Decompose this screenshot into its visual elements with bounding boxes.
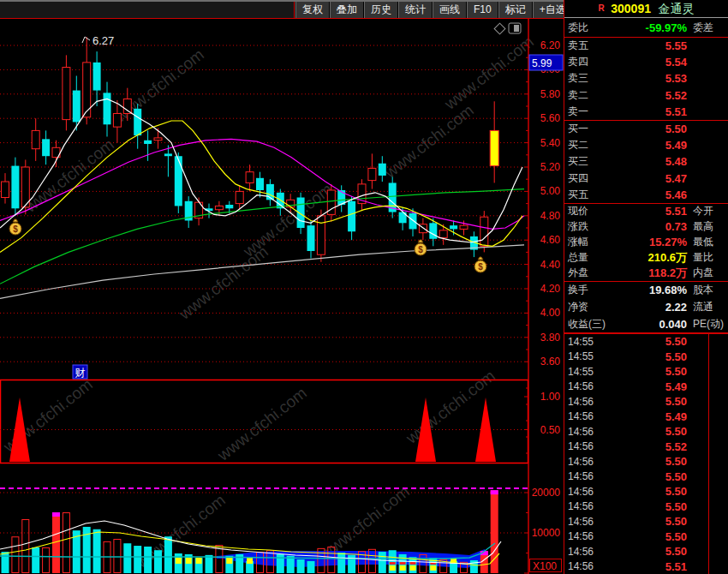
bid-row-2[interactable]: 买二5.49: [564, 137, 728, 153]
ask-levels: 卖五5.55卖四5.54卖三5.53卖二5.52卖一5.51: [564, 38, 728, 121]
volume-bar-segment: [400, 565, 406, 571]
tick-price: 5.50: [614, 500, 687, 513]
volume-bar: [379, 552, 386, 573]
price-axis-label: 5.80: [540, 88, 561, 100]
volume-bar-cap: [491, 490, 498, 494]
tick-price: 5.50: [614, 485, 687, 498]
fin-label2: 股本: [687, 283, 728, 297]
fin-value: 2.22: [614, 301, 687, 314]
tick-time: 14:56: [564, 396, 614, 408]
ask-row-1[interactable]: 卖一5.51: [564, 104, 728, 120]
tick-row-2: 14:555.50: [564, 349, 728, 364]
tick-row-12: 14:565.50: [564, 499, 728, 514]
watermark-text: www.cfchi.com: [440, 33, 537, 114]
candle-body-up: [154, 138, 162, 141]
candle-body-down: [256, 178, 264, 190]
candle-body-up: [317, 216, 325, 254]
tick-time: 14:56: [564, 380, 614, 392]
volume-bar-segment: [176, 558, 182, 564]
cursor-price-label: 5.99: [532, 57, 552, 69]
tick-time: 14:56: [564, 470, 614, 482]
bid-row-4[interactable]: 买四5.47: [564, 170, 728, 187]
stat-row-3: 涨幅15.27%最低: [564, 235, 728, 250]
restore-window-icon[interactable]: [509, 23, 521, 33]
tick-price: 5.50: [614, 530, 687, 543]
stat-row-2: 涨跌0.73最高: [564, 219, 728, 235]
ask-row-4[interactable]: 卖四5.54: [564, 54, 728, 70]
high-annotation-label: 6.27: [92, 34, 114, 47]
bid-label: 买二: [564, 138, 614, 152]
candle-body-highlight: [490, 130, 498, 165]
money-bag-icon: $: [9, 219, 21, 235]
bid-row-3[interactable]: 买三5.48: [564, 153, 728, 170]
stock-title: R 300091 金通灵: [564, 0, 728, 18]
price-axis-label: 5.60: [540, 112, 561, 124]
price-axis-label: 6.20: [540, 39, 561, 51]
candle-body-down: [379, 164, 386, 176]
tick-price: 5.49: [614, 380, 687, 393]
candle-body-down: [409, 213, 417, 229]
ask-label: 卖三: [564, 71, 614, 86]
candle-body-down: [225, 205, 233, 208]
bid-price: 5.47: [614, 172, 687, 185]
candle-body-up: [21, 167, 29, 207]
stat-value: 118.2万: [614, 266, 687, 281]
tick-time: 14:55: [564, 336, 614, 348]
tick-row-11: 14:565.50: [564, 484, 728, 499]
tick-time: 14:56: [564, 516, 614, 528]
bid-label: 买五: [564, 188, 614, 202]
tick-price: 5.50: [614, 425, 687, 438]
fin-label: 收益(三): [564, 317, 614, 332]
ask-label: 卖五: [564, 39, 614, 53]
stat-value: 0.73: [614, 220, 687, 233]
diamond-icon[interactable]: [494, 23, 505, 34]
volume-bar: [277, 554, 284, 573]
volume-multiplier: X100: [530, 559, 562, 572]
weibi-row: 委比 -59.97% 委差: [564, 18, 728, 38]
tick-price: 5.52: [614, 440, 687, 453]
tick-row-3: 14:555.50: [564, 364, 728, 380]
candle-body-up: [63, 68, 70, 120]
indicator-tag[interactable]: 财: [73, 365, 87, 379]
tick-time: 14:56: [564, 546, 614, 558]
candle-body-down: [429, 223, 437, 238]
bid-label: 买三: [564, 154, 614, 169]
ask-row-3[interactable]: 卖三5.53: [564, 70, 728, 87]
indicator-tag-label[interactable]: 财: [75, 367, 86, 379]
tick-row-16: 14:565.51: [564, 559, 728, 574]
weibi-label: 委比: [564, 21, 614, 35]
bid-row-5[interactable]: 买五5.46: [564, 187, 728, 203]
stat-label2: 最低: [687, 235, 728, 249]
candle-body-up: [215, 206, 223, 209]
stat-label: 现价: [564, 204, 614, 218]
stat-row-1: 现价5.51今开: [564, 204, 728, 219]
price-axis-label: 4.20: [540, 283, 561, 295]
ask-row-2[interactable]: 卖二5.52: [564, 87, 728, 104]
price-axis-label: 3.80: [540, 332, 561, 344]
bid-price: 5.48: [614, 155, 687, 168]
tick-column-divider: [708, 334, 709, 574]
quote-panel: R 300091 金通灵 委比 -59.97% 委差 卖五5.55卖四5.54卖…: [564, 0, 728, 574]
bid-row-1[interactable]: 买一5.50: [564, 121, 728, 137]
candle-body-up: [123, 99, 131, 113]
ask-price: 5.53: [614, 72, 687, 85]
candle-body-down: [175, 156, 182, 206]
volume-bar: [206, 555, 213, 573]
volume-bar: [134, 546, 141, 573]
candle-body-down: [73, 91, 81, 123]
stat-label: 总量: [564, 250, 614, 265]
volume-bar: [491, 490, 498, 573]
volume-bar: [43, 547, 50, 572]
money-bag-icon: $: [415, 240, 427, 255]
tick-price: 5.50: [614, 455, 687, 468]
tick-price: 5.50: [614, 335, 687, 348]
tick-row-5: 14:565.50: [564, 394, 728, 410]
candle-body-down: [93, 63, 101, 91]
candle-body-up: [113, 114, 121, 128]
ask-row-5[interactable]: 卖五5.55: [564, 38, 728, 54]
price-axis-label: 5.00: [540, 185, 561, 197]
tick-time: 14:56: [564, 426, 614, 438]
volume-bar-segment: [247, 558, 253, 564]
tick-row-10: 14:565.50: [564, 469, 728, 484]
tick-row-8: 14:565.52: [564, 439, 728, 454]
